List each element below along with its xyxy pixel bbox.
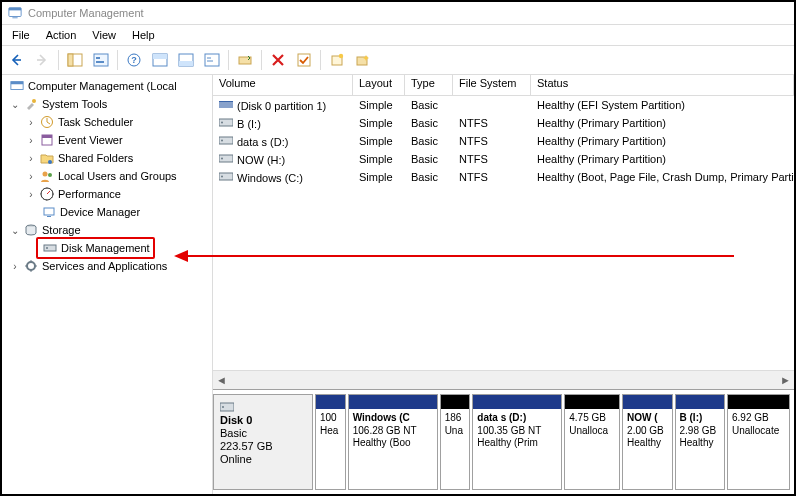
main-body: Computer Management (Local ⌄ System Tool… bbox=[2, 75, 794, 494]
svg-rect-14 bbox=[205, 54, 219, 66]
disk-info-box[interactable]: Disk 0 Basic 223.57 GB Online bbox=[213, 394, 313, 490]
grid-header: Volume Layout Type File System Status bbox=[213, 75, 794, 96]
partition-box[interactable]: 6.92 GBUnallocate bbox=[727, 394, 790, 490]
scroll-left-icon[interactable]: ◄ bbox=[216, 374, 227, 386]
grid-body[interactable]: (Disk 0 partition 1)SimpleBasicHealthy (… bbox=[213, 96, 794, 370]
help-button[interactable]: ? bbox=[122, 48, 146, 72]
view-bottom-button[interactable] bbox=[174, 48, 198, 72]
partition-box[interactable]: 100Hea bbox=[315, 394, 346, 490]
svg-point-36 bbox=[27, 262, 35, 270]
volume-icon bbox=[219, 170, 233, 182]
menu-help[interactable]: Help bbox=[124, 27, 163, 43]
view-top-button[interactable] bbox=[148, 48, 172, 72]
tree-shared-folders[interactable]: ›Shared Folders bbox=[2, 149, 212, 167]
layout-bottom-icon bbox=[178, 53, 194, 67]
svg-rect-6 bbox=[96, 57, 100, 59]
svg-rect-16 bbox=[298, 54, 310, 66]
svg-point-45 bbox=[221, 176, 223, 178]
toolbar-separator bbox=[228, 50, 229, 70]
shared-folder-icon bbox=[39, 150, 55, 166]
settings-icon bbox=[204, 53, 220, 67]
toolbar-separator bbox=[320, 50, 321, 70]
tree-services-apps[interactable]: ›Services and Applications bbox=[2, 257, 212, 275]
menu-file[interactable]: File bbox=[4, 27, 38, 43]
table-row[interactable]: Windows (C:)SimpleBasicNTFSHealthy (Boot… bbox=[213, 168, 794, 186]
menu-action[interactable]: Action bbox=[38, 27, 85, 43]
tree-device-manager[interactable]: Device Manager bbox=[2, 203, 212, 221]
svg-point-35 bbox=[46, 247, 48, 249]
expand-icon[interactable]: › bbox=[26, 117, 36, 128]
col-status[interactable]: Status bbox=[531, 75, 794, 95]
scroll-right-icon[interactable]: ► bbox=[780, 374, 791, 386]
toolbar-separator bbox=[117, 50, 118, 70]
delete-x-icon bbox=[271, 53, 285, 67]
partition-box[interactable]: B (I:)2.98 GBHealthy bbox=[675, 394, 725, 490]
col-type[interactable]: Type bbox=[405, 75, 453, 95]
expand-icon[interactable]: › bbox=[26, 153, 36, 164]
horizontal-scrollbar[interactable]: ◄ ► bbox=[213, 370, 794, 389]
table-row[interactable]: data s (D:)SimpleBasicNTFSHealthy (Prima… bbox=[213, 132, 794, 150]
svg-rect-21 bbox=[11, 82, 23, 85]
disk-map: Disk 0 Basic 223.57 GB Online 100HeaWind… bbox=[213, 389, 794, 494]
tree-local-users[interactable]: ›Local Users and Groups bbox=[2, 167, 212, 185]
arrow-left-icon bbox=[9, 53, 23, 67]
svg-point-47 bbox=[222, 406, 224, 408]
partition-box[interactable]: 4.75 GBUnalloca bbox=[564, 394, 620, 490]
svg-rect-34 bbox=[44, 245, 56, 251]
event-icon bbox=[39, 132, 55, 148]
partition-box[interactable]: 186Una bbox=[440, 394, 471, 490]
wizard-button[interactable] bbox=[351, 48, 375, 72]
tree-performance[interactable]: ›Performance bbox=[2, 185, 212, 203]
svg-rect-1 bbox=[9, 8, 21, 11]
refresh-button[interactable] bbox=[233, 48, 257, 72]
expand-icon[interactable]: › bbox=[10, 261, 20, 272]
svg-rect-5 bbox=[94, 54, 108, 66]
table-row[interactable]: NOW (H:)SimpleBasicNTFSHealthy (Primary … bbox=[213, 150, 794, 168]
check-button[interactable] bbox=[292, 48, 316, 72]
help-icon: ? bbox=[127, 53, 141, 67]
col-volume[interactable]: Volume bbox=[213, 75, 353, 95]
expand-icon[interactable]: › bbox=[26, 171, 36, 182]
checkbox-icon bbox=[297, 53, 311, 67]
panel-icon bbox=[67, 53, 83, 67]
tree-root[interactable]: Computer Management (Local bbox=[2, 77, 212, 95]
expand-icon[interactable]: › bbox=[26, 189, 36, 200]
partition-box[interactable]: data s (D:)100.35 GB NTHealthy (Prim bbox=[472, 394, 562, 490]
col-fs[interactable]: File System bbox=[453, 75, 531, 95]
collapse-icon[interactable]: ⌄ bbox=[10, 225, 20, 236]
back-button[interactable] bbox=[4, 48, 28, 72]
settings-button[interactable] bbox=[200, 48, 224, 72]
delete-button[interactable] bbox=[266, 48, 290, 72]
navigation-tree[interactable]: Computer Management (Local ⌄ System Tool… bbox=[2, 75, 213, 494]
new-button[interactable] bbox=[325, 48, 349, 72]
svg-point-18 bbox=[339, 54, 343, 58]
services-icon bbox=[23, 258, 39, 274]
volume-icon bbox=[219, 152, 233, 164]
tree-system-tools[interactable]: ⌄ System Tools bbox=[2, 95, 212, 113]
properties-button[interactable] bbox=[89, 48, 113, 72]
arrow-right-icon bbox=[35, 53, 49, 67]
collapse-icon[interactable]: ⌄ bbox=[10, 99, 20, 110]
tree-event-viewer[interactable]: ›Event Viewer bbox=[2, 131, 212, 149]
col-layout[interactable]: Layout bbox=[353, 75, 405, 95]
table-row[interactable]: B (I:)SimpleBasicNTFSHealthy (Primary Pa… bbox=[213, 114, 794, 132]
volume-grid: Volume Layout Type File System Status (D… bbox=[213, 75, 794, 389]
disk-type: Basic bbox=[220, 427, 306, 439]
expand-icon[interactable]: › bbox=[26, 135, 36, 146]
forward-button[interactable] bbox=[30, 48, 54, 72]
svg-rect-2 bbox=[12, 17, 17, 18]
clock-icon bbox=[39, 114, 55, 130]
menu-view[interactable]: View bbox=[84, 27, 124, 43]
volume-icon bbox=[219, 134, 233, 146]
tree-task-scheduler[interactable]: ›Task Scheduler bbox=[2, 113, 212, 131]
computer-icon bbox=[9, 78, 25, 94]
show-hide-tree-button[interactable] bbox=[63, 48, 87, 72]
partition-strip: 100HeaWindows (C106.28 GB NTHealthy (Boo… bbox=[315, 394, 790, 490]
tree-disk-management[interactable]: Disk Management bbox=[2, 239, 212, 257]
svg-point-41 bbox=[221, 140, 223, 142]
table-row[interactable]: (Disk 0 partition 1)SimpleBasicHealthy (… bbox=[213, 96, 794, 114]
partition-box[interactable]: Windows (C106.28 GB NTHealthy (Boo bbox=[348, 394, 438, 490]
svg-point-39 bbox=[221, 122, 223, 124]
partition-box[interactable]: NOW (2.00 GBHealthy bbox=[622, 394, 672, 490]
computer-management-window: Computer Management File Action View Hel… bbox=[0, 0, 796, 496]
